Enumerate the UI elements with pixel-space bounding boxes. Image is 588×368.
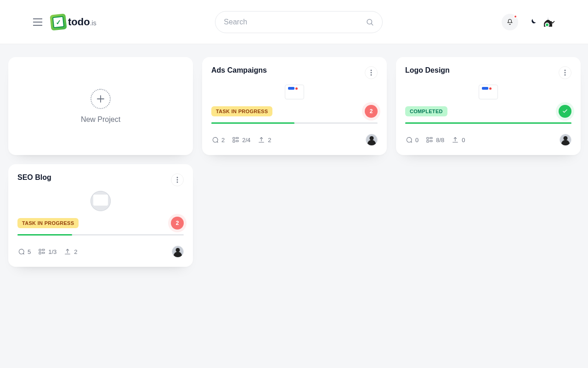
upload-icon bbox=[258, 136, 265, 144]
stat-comments: 2 bbox=[211, 136, 225, 144]
project-owner-avatar[interactable] bbox=[560, 134, 571, 146]
project-stats: 5 1/3 2 bbox=[17, 248, 78, 255]
user-menu[interactable] bbox=[548, 18, 555, 26]
svg-point-9 bbox=[565, 72, 566, 74]
svg-rect-13 bbox=[430, 138, 432, 139]
project-owner-avatar[interactable] bbox=[366, 134, 378, 146]
project-progress bbox=[17, 234, 184, 236]
project-title: SEO Blog bbox=[17, 173, 51, 182]
search-input[interactable] bbox=[224, 18, 366, 26]
svg-point-17 bbox=[177, 182, 178, 183]
svg-point-3 bbox=[371, 75, 372, 76]
svg-point-2 bbox=[371, 72, 372, 74]
stat-uploads: 0 bbox=[452, 136, 465, 144]
uploads-count: 2 bbox=[268, 137, 271, 144]
comments-count: 2 bbox=[221, 137, 225, 144]
project-status-row: TASK IN PROGRESS 2 bbox=[211, 105, 378, 118]
project-footer: 2 2/4 2 bbox=[211, 134, 378, 146]
status-badge: TASK IN PROGRESS bbox=[17, 218, 79, 228]
search-box[interactable] bbox=[215, 11, 383, 33]
svg-point-16 bbox=[177, 179, 178, 181]
svg-rect-4 bbox=[233, 138, 235, 139]
stat-comments: 0 bbox=[405, 136, 418, 144]
project-menu-button[interactable] bbox=[171, 173, 184, 186]
project-status-row: COMPLETED bbox=[405, 105, 571, 118]
new-project-label: New Project bbox=[81, 115, 120, 124]
svg-point-1 bbox=[371, 70, 372, 71]
project-stats: 2 2/4 2 bbox=[211, 136, 271, 144]
project-menu-button[interactable] bbox=[365, 66, 378, 79]
tasks-count: 2/4 bbox=[242, 137, 250, 144]
stat-uploads: 2 bbox=[258, 136, 271, 144]
svg-rect-21 bbox=[42, 252, 45, 253]
project-footer: 5 1/3 2 bbox=[17, 246, 184, 258]
svg-rect-5 bbox=[233, 140, 235, 142]
logo-mark-icon bbox=[50, 13, 67, 30]
project-card-header: Ads Campaigns bbox=[211, 66, 378, 79]
pending-count-pill: 2 bbox=[365, 105, 378, 118]
logo[interactable]: todo.is bbox=[51, 14, 96, 30]
logo-word: todo bbox=[68, 16, 90, 28]
project-card[interactable]: Ads Campaigns TASK IN PROGRESS 2 2 bbox=[202, 57, 387, 155]
project-title: Ads Campaigns bbox=[211, 66, 267, 75]
svg-rect-7 bbox=[236, 140, 238, 142]
content-area: New Project Ads Campaigns TASK IN PROGRE… bbox=[0, 44, 588, 368]
comment-icon bbox=[17, 248, 25, 255]
svg-rect-19 bbox=[39, 252, 41, 254]
svg-rect-6 bbox=[236, 138, 238, 139]
project-status-row: TASK IN PROGRESS 2 bbox=[17, 217, 184, 230]
project-thumbnail bbox=[479, 85, 498, 99]
theme-toggle-button[interactable] bbox=[525, 14, 541, 30]
project-title: Logo Design bbox=[405, 66, 450, 75]
header-left: todo.is bbox=[33, 14, 96, 30]
comments-count: 0 bbox=[415, 137, 418, 144]
moon-icon bbox=[529, 18, 537, 26]
svg-rect-14 bbox=[430, 140, 432, 142]
stat-uploads: 2 bbox=[64, 248, 77, 255]
project-thumbnail bbox=[90, 191, 111, 211]
project-thumbnail bbox=[285, 85, 304, 99]
pending-count-pill: 2 bbox=[171, 217, 184, 230]
dots-vertical-icon bbox=[370, 69, 372, 76]
notification-dot-icon bbox=[514, 15, 517, 18]
svg-rect-20 bbox=[42, 249, 45, 251]
tasks-count: 8/8 bbox=[436, 137, 444, 144]
dots-vertical-icon bbox=[176, 177, 178, 183]
project-card-header: Logo Design bbox=[405, 66, 571, 79]
completed-check-pill bbox=[559, 105, 571, 118]
bell-icon bbox=[506, 18, 514, 26]
check-icon bbox=[562, 108, 568, 115]
project-card-header: SEO Blog bbox=[17, 173, 184, 186]
app-header: todo.is bbox=[0, 0, 588, 44]
project-progress bbox=[211, 122, 378, 124]
project-card[interactable]: Logo Design COMPLETED 0 bbox=[396, 57, 581, 155]
logo-text: todo.is bbox=[68, 16, 96, 28]
project-progress bbox=[405, 122, 571, 124]
upload-icon bbox=[452, 136, 459, 144]
new-project-card[interactable]: New Project bbox=[8, 57, 193, 155]
svg-rect-18 bbox=[39, 249, 41, 251]
project-stats: 0 8/8 0 bbox=[405, 136, 465, 144]
notifications-button[interactable] bbox=[502, 14, 518, 30]
tasks-icon bbox=[232, 136, 239, 144]
hamburger-menu-button[interactable] bbox=[33, 18, 42, 26]
uploads-count: 0 bbox=[462, 137, 465, 144]
dots-vertical-icon bbox=[564, 69, 566, 76]
comment-icon bbox=[405, 136, 413, 144]
stat-tasks: 1/3 bbox=[38, 248, 57, 255]
plus-icon bbox=[96, 95, 105, 103]
header-center bbox=[96, 11, 502, 33]
svg-point-10 bbox=[565, 75, 566, 76]
status-badge: TASK IN PROGRESS bbox=[211, 106, 272, 116]
stat-tasks: 2/4 bbox=[232, 136, 250, 144]
project-menu-button[interactable] bbox=[559, 66, 571, 79]
projects-grid: New Project Ads Campaigns TASK IN PROGRE… bbox=[8, 57, 580, 267]
status-online-icon bbox=[545, 23, 549, 27]
project-owner-avatar[interactable] bbox=[172, 246, 184, 258]
stat-comments: 5 bbox=[17, 248, 31, 255]
search-icon bbox=[366, 18, 374, 26]
stat-tasks: 8/8 bbox=[426, 136, 444, 144]
comments-count: 5 bbox=[28, 248, 31, 255]
svg-point-15 bbox=[177, 177, 178, 178]
project-card[interactable]: SEO Blog TASK IN PROGRESS 2 5 bbox=[8, 164, 193, 267]
